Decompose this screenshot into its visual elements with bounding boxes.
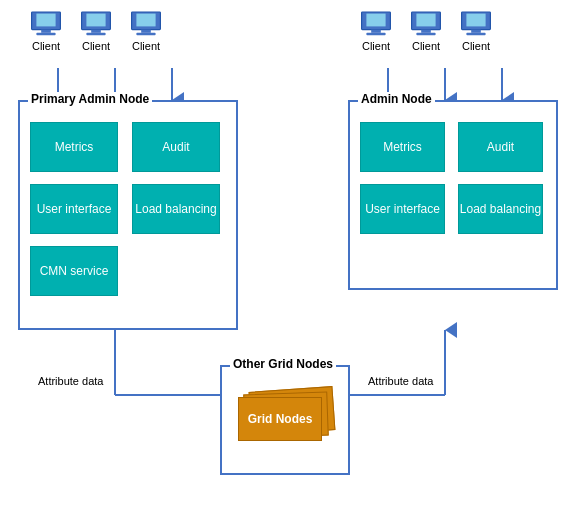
svg-rect-17 xyxy=(36,33,55,35)
user-interface-tile-admin: User interface xyxy=(360,184,445,234)
client-icon xyxy=(460,10,492,38)
other-grid-nodes-box: Other Grid Nodes Grid Nodes xyxy=(220,365,350,475)
attribute-data-label-left: Attribute data xyxy=(38,375,103,387)
client-label: Client xyxy=(362,40,390,52)
client-icon xyxy=(130,10,162,38)
client-label: Client xyxy=(462,40,490,52)
svg-rect-20 xyxy=(91,30,101,33)
admin-node-box: Admin Node Metrics Audit User interface … xyxy=(348,100,558,290)
cmn-service-tile-primary: CMN service xyxy=(30,246,118,296)
svg-rect-28 xyxy=(371,30,381,33)
grid-node-card-front: Grid Nodes xyxy=(238,397,322,441)
client-item: Client xyxy=(80,10,112,52)
svg-rect-33 xyxy=(416,33,435,35)
svg-rect-19 xyxy=(86,14,105,27)
audit-tile-admin: Audit xyxy=(458,122,543,172)
client-label: Client xyxy=(132,40,160,52)
client-label: Client xyxy=(412,40,440,52)
svg-rect-29 xyxy=(366,33,385,35)
left-client-group: Client Client Client xyxy=(30,10,162,52)
attribute-data-label-right: Attribute data xyxy=(368,375,433,387)
metrics-tile-primary: Metrics xyxy=(30,122,118,172)
client-item: Client xyxy=(30,10,62,52)
svg-rect-15 xyxy=(36,14,55,27)
diagram: Client Client Client xyxy=(0,0,572,530)
svg-rect-23 xyxy=(136,14,155,27)
primary-admin-node-box: Primary Admin Node Metrics Audit User in… xyxy=(18,100,238,330)
client-icon xyxy=(30,10,62,38)
svg-rect-35 xyxy=(466,14,485,27)
svg-rect-37 xyxy=(466,33,485,35)
user-interface-tile-primary: User interface xyxy=(30,184,118,234)
client-item: Client xyxy=(460,10,492,52)
client-item: Client xyxy=(130,10,162,52)
right-client-group: Client Client Client xyxy=(360,10,492,52)
client-item: Client xyxy=(410,10,442,52)
load-balancing-tile-primary: Load balancing xyxy=(132,184,220,234)
client-icon xyxy=(80,10,112,38)
svg-rect-32 xyxy=(421,30,431,33)
client-label: Client xyxy=(32,40,60,52)
client-icon xyxy=(360,10,392,38)
client-item: Client xyxy=(360,10,392,52)
svg-rect-21 xyxy=(86,33,105,35)
client-label: Client xyxy=(82,40,110,52)
other-grid-nodes-title: Other Grid Nodes xyxy=(230,357,336,371)
svg-rect-31 xyxy=(416,14,435,27)
svg-rect-27 xyxy=(366,14,385,27)
admin-node-title: Admin Node xyxy=(358,92,435,106)
client-icon xyxy=(410,10,442,38)
svg-rect-25 xyxy=(136,33,155,35)
primary-admin-node-title: Primary Admin Node xyxy=(28,92,152,106)
metrics-tile-admin: Metrics xyxy=(360,122,445,172)
audit-tile-primary: Audit xyxy=(132,122,220,172)
svg-rect-24 xyxy=(141,30,151,33)
load-balancing-tile-admin: Load balancing xyxy=(458,184,543,234)
svg-rect-16 xyxy=(41,30,51,33)
svg-rect-36 xyxy=(471,30,481,33)
